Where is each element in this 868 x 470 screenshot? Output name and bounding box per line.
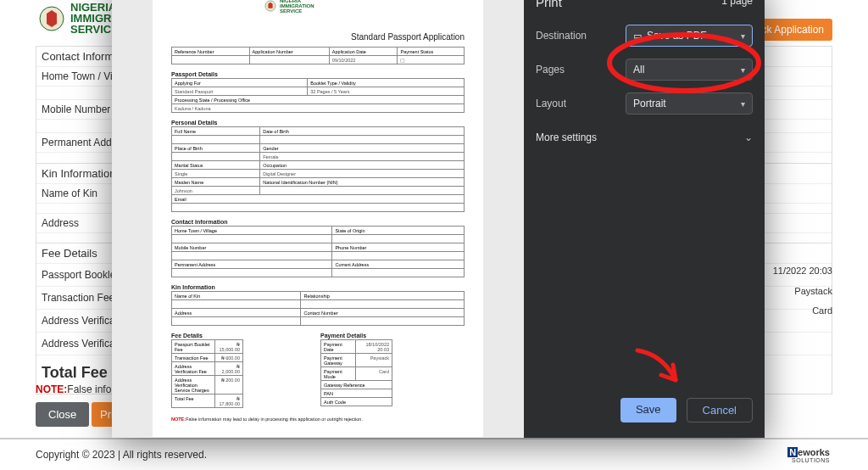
- destination-dropdown[interactable]: ▭Save as PDF ▾: [626, 25, 753, 47]
- page-count: 1 page: [721, 0, 753, 9]
- preview-document: NIGERIA IMMIGRATION SERVICE Standard Pas…: [153, 0, 483, 437]
- doc-note: NOTE:False information may lead to delay…: [171, 417, 465, 422]
- chevron-down-icon: ▾: [741, 99, 745, 109]
- doc-header-table: Reference NumberApplication NumberApplic…: [171, 47, 465, 64]
- pages-dropdown[interactable]: All▾: [626, 59, 753, 81]
- copyright-text: Copyright © 2023 | All rights reserved.: [36, 449, 207, 461]
- print-settings-sidebar: Print 1 page Destination ▭Save as PDF ▾ …: [524, 0, 765, 438]
- pdf-icon: ▭: [633, 31, 642, 41]
- doc-logo: NIGERIA IMMIGRATION SERVICE: [264, 0, 465, 14]
- layout-dropdown[interactable]: Portrait▾: [626, 92, 753, 115]
- destination-label: Destination: [536, 30, 587, 42]
- save-button[interactable]: Save: [620, 398, 676, 422]
- doc-title: Standard Passport Application: [171, 32, 465, 42]
- fee-label: Transaction Fee: [42, 292, 114, 304]
- print-preview-pane[interactable]: NIGERIA IMMIGRATION SERVICE Standard Pas…: [112, 0, 524, 438]
- chevron-down-icon: ▾: [741, 31, 745, 41]
- page-footer: Copyright © 2023 | All rights reserved. …: [0, 438, 868, 470]
- layout-label: Layout: [536, 98, 566, 109]
- vendor-logo: NeworksSOLUTIONS: [785, 446, 832, 464]
- more-settings-toggle[interactable]: More settings⌄: [536, 131, 753, 143]
- print-dialog: NIGERIA IMMIGRATION SERVICE Standard Pas…: [112, 0, 765, 438]
- close-button[interactable]: Close: [36, 402, 89, 427]
- eagle-crest-icon: [264, 0, 276, 12]
- chevron-down-icon: ⌄: [744, 131, 753, 143]
- cancel-button[interactable]: Cancel: [687, 398, 753, 422]
- print-title: Print: [536, 0, 562, 9]
- pages-label: Pages: [536, 64, 565, 76]
- eagle-crest-icon: [38, 5, 65, 32]
- chevron-down-icon: ▾: [741, 65, 745, 75]
